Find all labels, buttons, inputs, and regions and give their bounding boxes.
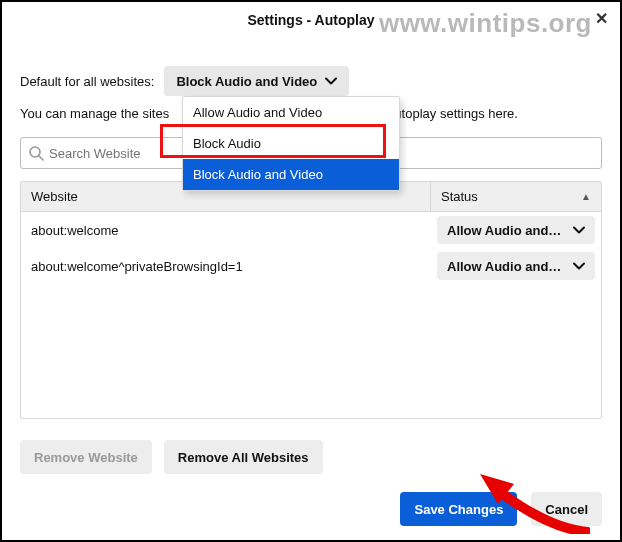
svg-line-1 xyxy=(39,156,43,160)
default-dropdown[interactable]: Block Audio and Video xyxy=(164,66,349,96)
chevron-down-icon xyxy=(573,224,585,236)
cell-website: about:welcome^privateBrowsingId=1 xyxy=(21,259,431,274)
table-row[interactable]: about:welcome Allow Audio and… xyxy=(21,212,601,248)
footer-left: Remove Website Remove All Websites xyxy=(20,440,323,474)
status-value: Allow Audio and… xyxy=(447,259,561,274)
status-dropdown[interactable]: Allow Audio and… xyxy=(437,216,595,244)
status-dropdown[interactable]: Allow Audio and… xyxy=(437,252,595,280)
dropdown-option-block-audio[interactable]: Block Audio xyxy=(183,128,399,159)
default-row: Default for all websites: Block Audio an… xyxy=(20,66,602,96)
dropdown-option-block-av[interactable]: Block Audio and Video xyxy=(183,159,399,190)
status-value: Allow Audio and… xyxy=(447,223,561,238)
dropdown-option-allow-av[interactable]: Allow Audio and Video xyxy=(183,97,399,128)
description-left: You can manage the sites xyxy=(20,106,169,121)
remove-all-label: Remove All Websites xyxy=(178,450,309,465)
dialog-title-bar: Settings - Autoplay ✕ xyxy=(2,2,620,38)
cancel-label: Cancel xyxy=(545,502,588,517)
save-changes-label: Save Changes xyxy=(414,502,503,517)
chevron-down-icon xyxy=(573,260,585,272)
column-header-status-label: Status xyxy=(441,189,478,204)
dialog-content: Default for all websites: Block Audio an… xyxy=(2,38,620,419)
close-icon[interactable]: ✕ xyxy=(592,10,610,28)
chevron-down-icon xyxy=(325,75,337,87)
footer-right: Save Changes Cancel xyxy=(400,492,602,526)
default-dropdown-menu: Allow Audio and Video Block Audio Block … xyxy=(182,96,400,191)
cancel-button[interactable]: Cancel xyxy=(531,492,602,526)
remove-website-button[interactable]: Remove Website xyxy=(20,440,152,474)
dialog-title: Settings - Autoplay xyxy=(247,12,374,28)
table-row[interactable]: about:welcome^privateBrowsingId=1 Allow … xyxy=(21,248,601,284)
column-header-website-label: Website xyxy=(31,189,78,204)
default-label: Default for all websites: xyxy=(20,74,154,89)
cell-website: about:welcome xyxy=(21,223,431,238)
remove-all-websites-button[interactable]: Remove All Websites xyxy=(164,440,323,474)
column-header-status[interactable]: Status ▲ xyxy=(431,182,601,211)
remove-website-label: Remove Website xyxy=(34,450,138,465)
description-right: autoplay settings here. xyxy=(387,106,518,121)
websites-table: Website Status ▲ about:welcome Allow Aud… xyxy=(20,181,602,419)
default-dropdown-value: Block Audio and Video xyxy=(176,74,317,89)
save-changes-button[interactable]: Save Changes xyxy=(400,492,517,526)
sort-asc-icon: ▲ xyxy=(581,191,591,202)
search-icon xyxy=(28,145,44,161)
